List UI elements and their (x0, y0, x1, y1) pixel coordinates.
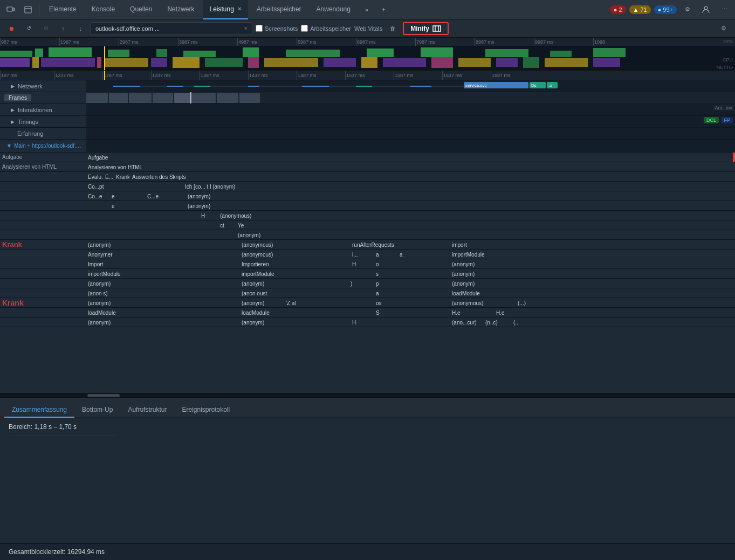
main-track-label[interactable]: ▼ Main + https://outlook-sdf.office.com/… (0, 143, 86, 149)
importmodule-blk-1[interactable]: importModule (86, 269, 237, 278)
h-blk-2[interactable]: H (351, 260, 372, 268)
download-btn[interactable]: ↓ (73, 22, 87, 36)
import-content[interactable]: Import Importieren H o (anonym) (86, 259, 735, 268)
erfahrung-content[interactable] (86, 128, 735, 139)
e-block-2[interactable]: e (110, 202, 118, 210)
anonymous-4[interactable]: (anonymous) (240, 240, 348, 249)
frames-badge[interactable]: Frames (4, 94, 31, 101)
clear-btn[interactable]: ⊘ (39, 22, 53, 36)
importmodule-block[interactable]: importModule (450, 250, 537, 259)
ich-block[interactable]: Ich [co... t l (anonym) (183, 182, 658, 191)
html-analysis-content[interactable]: Analysieren von HTML (86, 162, 735, 171)
ce-block[interactable]: C...e (146, 192, 162, 201)
main-track-header[interactable]: ▼ Main + https://outlook-sdf.office.com/… (0, 140, 735, 153)
loadmodule-blk-1[interactable]: loadModule (86, 308, 237, 317)
os-blk[interactable]: os (374, 299, 396, 307)
he-blk-2[interactable]: H.e (494, 308, 538, 317)
he-blk-1[interactable]: H.e (450, 308, 493, 317)
tab-elemente[interactable]: Elemente (43, 0, 83, 19)
importmodule-blk-2[interactable]: importModule (240, 269, 348, 278)
anonymer-block[interactable]: Anonymer (86, 250, 237, 259)
ich-content[interactable]: Co...pt Ich [co... t l (anonym) (86, 182, 735, 191)
timings-label[interactable]: ▶ Timings (0, 119, 86, 125)
coe-block-1[interactable]: Co...e (86, 192, 109, 201)
interaktionen-label[interactable]: ▶ Interaktionen (0, 107, 86, 113)
netzwerk-content[interactable]: service.svc Ds .o (86, 80, 735, 92)
loadmodule-blk[interactable]: loadModule (450, 289, 537, 298)
frames-track[interactable]: Frames (0, 92, 735, 104)
timings-content[interactable]: DCL FP (86, 116, 735, 127)
a-block-1[interactable]: a (374, 250, 396, 259)
info-badge[interactable]: ● 99+ (654, 5, 677, 14)
zal-content[interactable]: (anonym) (anonym) 'Z al os (anonymous) (… (86, 298, 735, 307)
tracks-area[interactable]: ▶ Netzwerk service.svc Ds .o Frames (0, 80, 735, 393)
tab-leistung[interactable]: Leistung ✕ (203, 0, 248, 19)
anonym-zal-1[interactable]: (anonym) (86, 299, 237, 307)
anonymer-content[interactable]: Anonymer (anonymous) i... a a importModu… (86, 250, 735, 259)
loadmodule-blk-2[interactable]: loadModule (240, 308, 348, 317)
script-eval-content[interactable]: Evalu...ript E... Krank Auswerten des Sk… (86, 172, 735, 181)
trash-btn[interactable]: 🗑 (386, 22, 400, 36)
anonym-block-2[interactable]: (anonym) (186, 202, 655, 210)
user-icon[interactable] (698, 2, 713, 17)
n-c-blk[interactable]: (n..c) (484, 318, 511, 327)
dot-blk[interactable]: (.. (512, 318, 528, 327)
anonym-blk-3[interactable]: (anonym) (450, 279, 537, 288)
krank-block-1[interactable]: Krank (114, 172, 129, 181)
bottom-anonym-blk-1[interactable]: (anonym) (86, 318, 237, 327)
aufgabe-content[interactable]: Aufgabe (86, 153, 735, 162)
tab-konsole[interactable]: Konsole (85, 0, 121, 19)
anonym-blk-2[interactable]: (anonym) (450, 269, 537, 278)
anonym-blk-im[interactable]: (anonym) (450, 260, 537, 268)
tab-arbeitsspeicher[interactable]: Arbeitsspeicher (250, 0, 308, 19)
aufgabe-block[interactable]: Aufgabe (86, 153, 658, 162)
reload-record-btn[interactable]: ↺ (22, 22, 36, 36)
auswerten-block[interactable]: Auswerten des Skripts (130, 172, 643, 181)
anonym-block-3[interactable]: (anonym) (236, 231, 657, 239)
ano-cur-blk[interactable]: (ano...cur) (450, 318, 483, 327)
anonymous-block[interactable]: (anonymous) (218, 211, 661, 220)
fps-cpu-chart[interactable]: CPU NETTO (0, 46, 735, 70)
erfahrung-track[interactable]: Erfahrung (0, 128, 735, 140)
ellipsis-blk[interactable]: (...) (516, 299, 559, 307)
anonym-highlight[interactable]: (anonym) (240, 299, 283, 307)
eval-block-1[interactable]: Evalu...ript (86, 172, 102, 181)
interaktionen-track[interactable]: ▶ Interaktionen Ani...ion (0, 104, 735, 116)
importieren-blk[interactable]: Importieren (240, 260, 348, 268)
device-toggle-icon[interactable] (3, 2, 18, 17)
netzwerk-track[interactable]: ▶ Netzwerk service.svc Ds .o (0, 80, 735, 92)
interaktionen-content[interactable]: Ani...ion (86, 104, 735, 115)
html-analysis-block-2[interactable] (654, 163, 664, 171)
tab-quellen[interactable]: Quellen (123, 0, 159, 19)
settings-icon[interactable]: ⚙ (680, 2, 695, 17)
anons-content[interactable]: (anon s) (anon oust a loadModule (86, 288, 735, 298)
anonym-content-2[interactable]: (anonym) (86, 230, 735, 239)
import-block[interactable]: import (450, 240, 537, 249)
anonym-4[interactable]: (anonym) (86, 240, 237, 249)
ye-block[interactable]: Ye (236, 221, 657, 230)
zal-block[interactable]: 'Z al (284, 299, 349, 307)
timings-track[interactable]: ▶ Timings DCL FP (0, 116, 735, 128)
s-big-blk[interactable]: S (374, 308, 396, 317)
anonym-paren-blk-1[interactable]: (anonym) (86, 279, 237, 288)
h-block[interactable]: H (200, 211, 216, 220)
upload-btn[interactable]: ↑ (56, 22, 70, 36)
main-track-content[interactable] (86, 140, 735, 152)
coe-content[interactable]: Co...e e C...e (anonym) (86, 191, 735, 201)
co-pt-block[interactable]: Co...pt (86, 182, 116, 191)
a-block-2[interactable]: a (398, 250, 420, 259)
overflow-menu-icon[interactable]: ⋯ (717, 2, 732, 17)
record-btn[interactable]: ⏺ (4, 22, 18, 36)
h-content[interactable]: H (anonymous) (86, 211, 735, 220)
arbeitsspeicher-check[interactable]: Arbeitsspeicher (301, 25, 351, 32)
ct-ye-content[interactable]: ct Ye (86, 220, 735, 230)
tab-netzwerk[interactable]: Netzwerk (161, 0, 201, 19)
inspect-icon[interactable] (20, 2, 36, 17)
h-bottom-blk[interactable]: H (351, 318, 372, 327)
frames-content[interactable] (86, 92, 735, 103)
import-blk[interactable]: Import (86, 260, 237, 268)
tab-close-icon[interactable]: ✕ (237, 6, 242, 12)
ct-block[interactable]: ct (218, 221, 235, 230)
s-blk[interactable]: s (374, 269, 396, 278)
tab-zusammenfassung[interactable]: Zusammenfassung (4, 403, 74, 418)
